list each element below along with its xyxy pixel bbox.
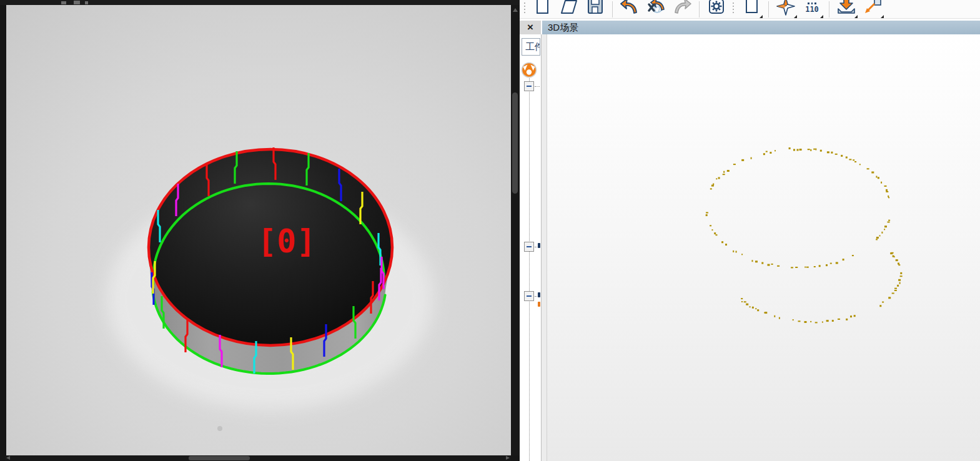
horizontal-scroll-thumb[interactable]: [189, 456, 250, 460]
toolbar-separator: [612, 1, 613, 17]
viewer-title-fragment: [85, 1, 88, 4]
vertical-scroll-thumb[interactable]: [512, 92, 518, 194]
scroll-left-arrow-icon[interactable]: [6, 456, 10, 460]
viewer-horizontal-scrollbar[interactable]: [5, 455, 511, 461]
position-tool-button[interactable]: [773, 0, 799, 19]
workflow-node-connector: [535, 86, 540, 87]
export-arrow-icon: [862, 0, 883, 17]
new-file-icon: [532, 0, 553, 17]
viewer-title-fragment: [61, 1, 66, 4]
gear-icon: [706, 0, 727, 17]
import-button[interactable]: [833, 0, 859, 19]
point-cloud-canvas[interactable]: [547, 34, 980, 461]
viewer-title-fragment: [74, 1, 80, 4]
export-button[interactable]: [859, 0, 886, 19]
scroll-up-arrow-icon[interactable]: [513, 8, 518, 12]
toolbar-separator: [768, 1, 769, 17]
undo-button[interactable]: [616, 0, 643, 19]
workflow-collapse-node[interactable]: [524, 81, 534, 91]
panel-splitter[interactable]: [541, 34, 547, 461]
save-floppy-icon: [585, 0, 606, 17]
workpiece-tab[interactable]: 工件: [522, 38, 540, 56]
redo-arrow-icon: [671, 0, 693, 17]
workflow-collapse-node[interactable]: [524, 291, 534, 301]
workflow-start-node[interactable]: [521, 62, 537, 78]
save-button[interactable]: [582, 0, 608, 19]
dropdown-corner-icon: [760, 15, 763, 18]
match-index-label: [0]: [257, 222, 316, 260]
new-file-button[interactable]: [530, 0, 556, 19]
binary-data-button[interactable]: 110: [799, 0, 825, 19]
dropdown-corner-icon: [881, 15, 884, 18]
import-arrow-icon: [836, 0, 857, 17]
settings-button[interactable]: [703, 0, 730, 19]
main-toolbar: 110: [520, 0, 980, 19]
workflow-node-badge: [538, 243, 540, 248]
global-run-button[interactable]: [643, 0, 669, 19]
open-folder-icon: [558, 0, 580, 17]
toolbar-separator: [829, 1, 829, 17]
toolbar-separator: [699, 1, 700, 17]
globe-run-icon: [645, 0, 666, 17]
application-window: [0] 110 × 3D场景 工件: [0, 0, 980, 461]
right-panel: 110 × 3D场景 工件: [520, 0, 980, 461]
scroll-right-arrow-icon[interactable]: [506, 456, 510, 460]
dropdown-corner-icon: [794, 15, 797, 18]
binary-110-icon: 110: [799, 2, 825, 12]
workflow-collapse-node[interactable]: [524, 242, 534, 252]
new-page-button[interactable]: [738, 0, 765, 19]
close-scene-button[interactable]: ×: [520, 21, 541, 34]
workflow-node-badge: [538, 292, 540, 297]
scene-3d-viewport[interactable]: [547, 34, 980, 461]
viewer-vertical-scrollbar[interactable]: [511, 5, 520, 455]
toolbar-drag-handle[interactable]: [731, 2, 736, 21]
2d-image-canvas[interactable]: [0]: [6, 5, 511, 455]
dropdown-corner-icon: [854, 15, 858, 18]
undo-arrow-icon: [619, 0, 640, 17]
compass-star-icon: [775, 0, 796, 17]
image-viewer-panel: [0]: [0, 0, 520, 461]
dropdown-corner-icon: [820, 15, 823, 18]
scene-panel-title: 3D场景: [542, 21, 980, 34]
scene-tab-row: × 3D场景: [520, 21, 980, 34]
viewer-titlebar: [0, 0, 520, 5]
workflow-strip: 工件: [520, 34, 541, 461]
toolbar-drag-handle[interactable]: [522, 2, 527, 21]
open-file-button[interactable]: [556, 0, 582, 19]
workflow-node-badge: [538, 302, 540, 307]
redo-button[interactable]: [669, 0, 695, 19]
workflow-connector-line: [529, 78, 530, 461]
page-icon: [741, 0, 762, 17]
